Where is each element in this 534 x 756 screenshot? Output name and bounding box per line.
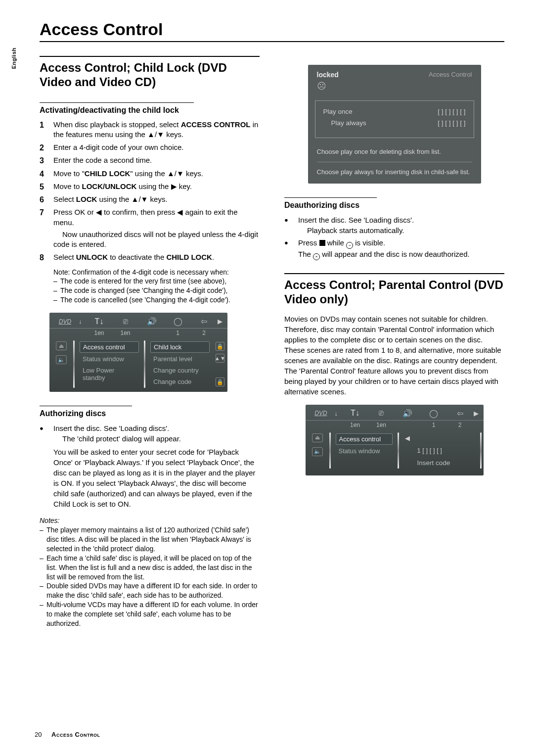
code-slots: 1 [ ] [ ] [ ]	[417, 447, 442, 454]
lock-icon: 🔒	[216, 378, 224, 386]
t	[395, 424, 420, 426]
osd-body: ⏏🔈 Access control Status window Low Powe…	[49, 338, 227, 392]
notes-label: Notes:	[40, 516, 260, 525]
down-arrow-icon: ↓	[79, 318, 86, 325]
separator	[480, 432, 482, 469]
lang-icon: T↓	[87, 316, 112, 327]
step: Enter the code a second time.	[40, 155, 260, 165]
safe-smile-icon: ⌣	[346, 242, 353, 249]
t: Press	[298, 238, 319, 247]
down-arrow-icon: ↓	[335, 410, 342, 417]
osd-right-menu: Child lock Parental level Change country…	[147, 340, 213, 388]
subtitle-icon: ⎚	[113, 316, 138, 327]
t: 1	[421, 421, 446, 429]
osd-value-area: ◀ 1 [ ] [ ] [ ] Insert code	[401, 432, 478, 469]
t: using the ▶ key.	[136, 182, 192, 190]
osd-left-menu: Access control Status window Low Power s…	[77, 340, 142, 388]
t: Insert the disc. See 'Loading discs'.	[298, 216, 414, 224]
t: 1	[165, 329, 190, 337]
note-item: Each time a 'child safe' disc is played,…	[40, 554, 260, 582]
sub-activating: Activating/deactivating the child lock	[40, 102, 194, 115]
left-arrow-icon: ◀	[405, 434, 410, 442]
authorizing-para: You will be asked to enter your secret c…	[53, 447, 260, 509]
t: Insert the disc. See 'Loading discs'.	[53, 424, 169, 432]
separator	[329, 432, 331, 469]
menu-item: Change country	[150, 365, 210, 376]
step-follow: Now unauthorized discs will not be playe…	[53, 230, 260, 250]
page-footer: 20 Access Control	[35, 731, 100, 738]
activation-steps: When disc playback is stopped, select AC…	[40, 120, 260, 263]
t: Move to	[53, 182, 82, 190]
t: 1en	[113, 329, 138, 337]
section-parental: Access Control; Parental Control (DVD Vi…	[284, 273, 504, 307]
t: Enter the code a second time.	[53, 156, 152, 164]
left-column: Access Control; Child Lock (DVD Video an…	[40, 56, 260, 628]
t: CHILD LOCK	[166, 253, 212, 261]
osd-tabs: DVD ↓ T↓ ⎚ 🔊 ◯ ⇦ ▶	[306, 405, 484, 421]
language-tab: English	[11, 47, 17, 69]
t: The	[298, 250, 313, 258]
osd-options: Play once[ ] [ ] [ ] [ ] Play always[ ] …	[315, 100, 474, 138]
footer-label: Access Control	[51, 731, 100, 738]
right-column: locked ☹ Access Control Play once[ ] [ ]…	[284, 56, 504, 628]
t: 1en	[343, 421, 368, 429]
menu-item: Status window	[336, 446, 393, 456]
menu-item: Status window	[80, 354, 139, 364]
audio-icon: 🔊	[139, 316, 164, 327]
osd-msg: Choose play once for deleting disk from …	[308, 143, 481, 184]
osd-tab-labels: 1en 1en 1 2	[306, 421, 484, 430]
value-row: ◀	[405, 434, 474, 442]
step: Move to LOCK/UNLOCK using the ▶ key.	[40, 182, 260, 191]
t: Choose play once for deleting disk from …	[317, 147, 472, 162]
t: CHILD LOCK	[85, 169, 131, 178]
t: Enter a 4-digit code of your own choice.	[53, 143, 183, 151]
note-item: The code is cancelled (see 'Changing the…	[53, 295, 260, 305]
t: Choose play always for inserting disk in…	[317, 167, 472, 177]
t: LOCK/UNLOCK	[82, 182, 137, 190]
back-icon: ⇦	[447, 408, 473, 419]
play-once: Play once	[323, 108, 353, 115]
separator	[144, 340, 145, 388]
insert-code-label: Insert code	[405, 459, 474, 467]
osd-menu-parental: DVD ↓ T↓ ⎚ 🔊 ◯ ⇦ ▶ 1en 1en 1 2 ⏏🔈	[306, 405, 484, 475]
t: 2	[447, 421, 473, 429]
osd-right-icons: 🔒▲▼🔒	[215, 340, 225, 388]
osd-row: Play once[ ] [ ] [ ] [ ]	[323, 108, 466, 115]
updown-icon: ▲▼	[216, 354, 224, 363]
osd-body: ⏏🔈 Access control Status window ◀ 1 [ ] …	[306, 430, 484, 475]
step: Select UNLOCK to deactivate the CHILD LO…	[40, 252, 260, 262]
menu-item: Access control	[80, 341, 139, 353]
section-child-lock: Access Control; Child Lock (DVD Video an…	[40, 56, 260, 90]
eject-icon: ⏏	[312, 433, 323, 442]
audio-icon: 🔊	[395, 408, 420, 419]
step: When disc playback is stopped, select AC…	[40, 120, 260, 140]
dvd-icon: DVD	[52, 317, 78, 326]
t: while	[325, 238, 347, 247]
step: Enter a 4-digit code of your own choice.	[40, 142, 260, 152]
step: Move to "CHILD LOCK" using the ▲/▼ keys.	[40, 169, 260, 179]
play-always: Play always	[323, 119, 366, 127]
t: LOCK	[76, 195, 97, 203]
eject-icon: ⏏	[56, 341, 67, 350]
osd-left-menu: Access control Status window	[333, 432, 396, 469]
menu-item: Low Power standby	[80, 365, 139, 383]
note-item: The code is entered for the very first t…	[53, 277, 260, 286]
osd-tab-labels: 1en 1en 1 2	[49, 329, 227, 338]
stop-icon	[319, 240, 325, 246]
speaker-icon: 🔈	[312, 447, 323, 456]
content-columns: Access Control; Child Lock (DVD Video an…	[40, 56, 504, 628]
note-item: Multi-volume VCDs may have a different I…	[40, 600, 260, 628]
t: " using the ▲/▼ keys.	[130, 169, 203, 178]
osd-left-icons: ⏏🔈	[308, 432, 327, 469]
unsafe-face-icon: ×	[313, 253, 320, 260]
step: Press OK or ◀ to confirm, then press ◀ a…	[40, 207, 260, 249]
lang-icon: T↓	[343, 408, 368, 419]
t: ACCESS CONTROL	[181, 120, 251, 129]
separator	[73, 340, 75, 388]
t: Select	[53, 195, 76, 203]
osd-menu-child-lock: DVD ↓ T↓ ⎚ 🔊 ◯ ⇦ ▶ 1en 1en 1 2 ⏏🔈	[49, 313, 227, 392]
value-row: 1 [ ] [ ] [ ]	[405, 447, 474, 454]
t: will appear and the disc is now deauthor…	[320, 250, 470, 258]
speaker-icon: 🔈	[56, 355, 67, 364]
separator	[398, 432, 399, 469]
